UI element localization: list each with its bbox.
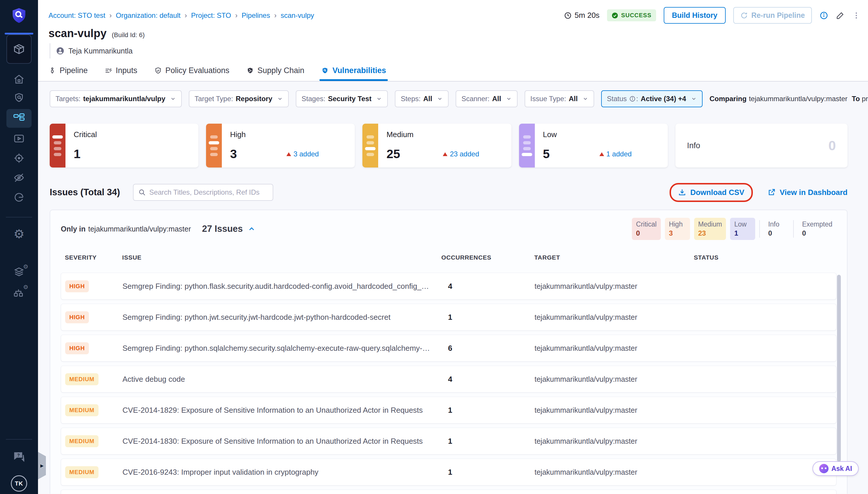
- table-row[interactable]: HIGH Semgrep Finding: python.flask.secur…: [61, 273, 836, 300]
- rerun-pipeline-button[interactable]: Re-run Pipeline: [733, 7, 812, 24]
- sidebar-item-settings[interactable]: ⚙: [0, 228, 38, 240]
- chip-low[interactable]: Low1: [730, 218, 755, 240]
- sidebar-item-module-switcher[interactable]: [6, 35, 32, 64]
- card-high[interactable]: High 3 3 added: [206, 124, 355, 168]
- sidebar-item-baselines[interactable]: [0, 191, 38, 203]
- table-row[interactable]: MEDIUM CVE-2014-1830: Exposure of Sensit…: [61, 428, 836, 455]
- severity-gauge-icon: [362, 124, 378, 168]
- sidebar-item-organizations[interactable]: ⚙: [0, 286, 38, 298]
- tab-vulnerabilities[interactable]: Vulnerabilities: [321, 66, 386, 81]
- search-input[interactable]: [149, 188, 268, 196]
- vertical-scrollbar[interactable]: [837, 275, 841, 462]
- chip-info[interactable]: Info0: [764, 218, 789, 240]
- table-row[interactable]: HIGH Semgrep Finding: python.sqlalchemy.…: [61, 335, 836, 362]
- author-row: Teja Kummarikuntla: [50, 43, 868, 58]
- page-header: Account: STO test Organization: default …: [38, 0, 868, 81]
- refresh-icon: [740, 12, 748, 19]
- sidebar-item-help-chat[interactable]: ?: [0, 450, 38, 463]
- chip-medium[interactable]: Medium23: [694, 218, 726, 240]
- occurrences: 6: [442, 344, 535, 353]
- tab-pipeline[interactable]: Pipeline: [49, 66, 88, 81]
- occurrences: 4: [442, 282, 535, 291]
- tab-inputs[interactable]: Inputs: [104, 66, 137, 81]
- critical-count: 1: [74, 147, 80, 161]
- shield-search-icon: [321, 67, 329, 75]
- sto-logo-icon: [0, 7, 38, 24]
- shield-check-icon: [154, 67, 162, 75]
- issue-title: Semgrep Finding: python.jwt.security.jwt…: [122, 313, 442, 322]
- inputs-icon: [104, 67, 112, 75]
- comparing-text: Comparingtejakummarikuntla/vulpy:master …: [710, 95, 868, 103]
- issue-title: Active debug code: [122, 375, 442, 384]
- edit-icon[interactable]: [836, 11, 845, 20]
- severity-badge: MEDIUM: [65, 466, 98, 478]
- severity-gauge-icon: [50, 124, 65, 168]
- filter-targets[interactable]: Targets:tejakummarikuntla/vulpy: [50, 90, 182, 107]
- filter-steps[interactable]: Steps:All: [395, 90, 449, 107]
- severity-gauge-icon: [519, 124, 535, 168]
- severity-summary: Critical 1 High 3 3 added Medium 25 23 a…: [50, 124, 848, 168]
- sidebar-item-home[interactable]: [0, 73, 38, 85]
- issues-list: HIGH Semgrep Finding: python.flask.secur…: [61, 273, 836, 494]
- sidebar-item-executions[interactable]: [0, 133, 38, 145]
- severity-badge: MEDIUM: [65, 404, 98, 416]
- breadcrumb-pipelines[interactable]: Pipelines: [242, 12, 270, 20]
- filter-issue-type[interactable]: Issue Type:All: [525, 90, 594, 107]
- search-box[interactable]: [133, 184, 273, 201]
- chevron-down-icon: [277, 96, 283, 102]
- target-name: tejakummarikuntla/vulpy:master: [535, 468, 694, 476]
- chip-high[interactable]: High3: [665, 218, 690, 240]
- download-csv-button[interactable]: Download CSV: [678, 188, 745, 197]
- table-row[interactable]: MEDIUM CVE-2014-1829: Exposure of Sensit…: [61, 397, 836, 423]
- chip-exempted[interactable]: Exempted0: [798, 218, 836, 240]
- filter-scanner[interactable]: Scanner:All: [456, 90, 518, 107]
- build-history-button[interactable]: Build History: [664, 7, 726, 24]
- sidebar-item-scans[interactable]: [0, 92, 38, 104]
- card-critical[interactable]: Critical 1: [50, 124, 198, 168]
- card-info[interactable]: Info 0: [675, 124, 848, 168]
- group-count: 27 Issues: [202, 224, 243, 234]
- breadcrumb-project[interactable]: Project: STO: [191, 12, 231, 20]
- filter-target-type[interactable]: Target Type:Repository: [189, 90, 289, 107]
- sidebar-item-exemptions[interactable]: [0, 172, 38, 184]
- severity-badge: MEDIUM: [65, 435, 98, 447]
- breadcrumb-account[interactable]: Account: STO test: [49, 12, 105, 20]
- issue-title: CVE-2014-1830: Exposure of Sensitive Inf…: [122, 437, 442, 446]
- breadcrumb-current[interactable]: scan-vulpy: [281, 12, 314, 20]
- card-medium[interactable]: Medium 25 23 added: [362, 124, 511, 168]
- ask-ai-button[interactable]: Ask AI: [812, 461, 859, 476]
- user-avatar[interactable]: TK: [11, 475, 27, 492]
- info-icon[interactable]: [819, 11, 828, 20]
- sidebar-item-pipelines[interactable]: [6, 109, 32, 128]
- table-row[interactable]: MEDIUM CVE-2017-11424: PyJWT: vulnerable…: [61, 490, 836, 494]
- target-name: tejakummarikuntla/vulpy:master: [535, 344, 694, 353]
- filter-stages[interactable]: Stages:Security Test: [296, 90, 388, 107]
- chevron-down-icon: [376, 96, 382, 102]
- view-in-dashboard-button[interactable]: View in Dashboard: [768, 188, 848, 197]
- svg-text:?: ?: [17, 453, 20, 457]
- table-row[interactable]: MEDIUM Active debug code 4 tejakummariku…: [61, 366, 836, 393]
- kebab-menu-icon[interactable]: [852, 12, 861, 20]
- table-row[interactable]: HIGH Semgrep Finding: python.jwt.securit…: [61, 304, 836, 330]
- sidebar-item-targets[interactable]: [0, 152, 38, 164]
- collapse-group-icon[interactable]: [248, 225, 256, 233]
- occurrences: 1: [442, 313, 535, 322]
- filter-status[interactable]: Status : Active (34) +4: [601, 90, 702, 107]
- tab-policy-evaluations[interactable]: Policy Evaluations: [154, 66, 229, 81]
- card-low[interactable]: Low 5 1 added: [519, 124, 668, 168]
- table-row[interactable]: MEDIUM CVE-2016-9243: Improper input val…: [61, 459, 836, 486]
- issues-panel: Only in tejakummarikuntla/vulpy:master 2…: [50, 210, 848, 494]
- severity-badge: HIGH: [65, 311, 89, 323]
- severity-chip-filters: Critical0 High3 Medium23 Low1 Info0 Exem…: [632, 218, 836, 240]
- chip-critical[interactable]: Critical0: [632, 218, 660, 240]
- target-name: tejakummarikuntla/vulpy:master: [535, 313, 694, 322]
- issue-title: CVE-2014-1829: Exposure of Sensitive Inf…: [122, 406, 442, 415]
- breadcrumb-organization[interactable]: Organization: default: [116, 12, 180, 20]
- target-name: tejakummarikuntla/vulpy:master: [535, 282, 694, 290]
- chip-divider: [759, 220, 760, 238]
- tab-supply-chain[interactable]: Supply Chain: [246, 66, 305, 81]
- low-count: 5: [543, 147, 550, 161]
- up-triangle-icon: [443, 152, 447, 156]
- sidebar-item-default-settings[interactable]: ⚙: [0, 266, 38, 278]
- sidebar-divider: [6, 217, 32, 217]
